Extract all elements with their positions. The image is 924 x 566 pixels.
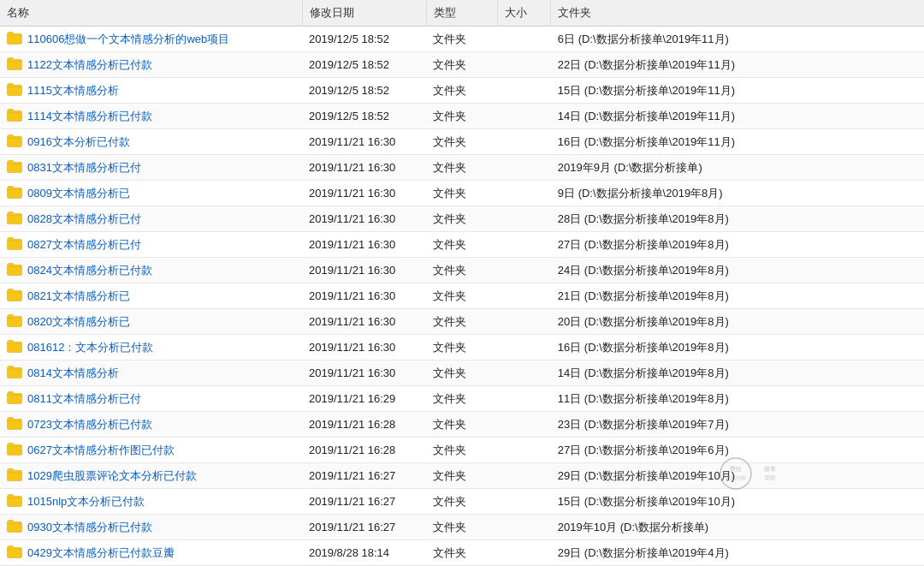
file-name-cell[interactable]: 0831文本情感分析已付 [0, 155, 291, 180]
file-name-cell[interactable]: 0828文本情感分析已付 [0, 206, 291, 231]
file-name-cell[interactable]: 0916文本分析已付款 [0, 129, 291, 154]
file-type: 文件夹 [426, 489, 497, 515]
file-name-text: 1122文本情感分析已付款 [27, 57, 152, 73]
file-name-text: 0831文本情感分析已付 [27, 160, 141, 176]
table-row[interactable]: 0627文本情感分析作图已付款2019/11/21 16:28文件夹27日 (D… [0, 438, 924, 463]
folder-icon [7, 159, 22, 176]
table-header-row: 名称 修改日期 类型 大小 文件夹 [0, 0, 924, 27]
file-name-cell[interactable]: 0814文本情感分析 [0, 360, 291, 385]
file-name-cell[interactable]: 1115文本情感分析 [0, 78, 291, 103]
table-row[interactable]: 0831文本情感分析已付2019/11/21 16:30文件夹2019年9月 (… [0, 155, 924, 181]
file-type: 文件夹 [426, 515, 497, 540]
folder-icon [7, 313, 22, 330]
table-row[interactable]: 0429文本情感分析已付款豆瓣2019/8/28 18:14文件夹29日 (D:… [0, 540, 924, 566]
file-folder-path: 2019年9月 (D:\数据分析接单) [551, 155, 924, 181]
table-row[interactable]: 0824文本情感分析已付款2019/11/21 16:30文件夹24日 (D:\… [0, 258, 924, 283]
file-name-cell[interactable]: 0820文本情感分析已 [0, 309, 291, 334]
file-folder-path: 20日 (D:\数据分析接单\2019年8月) [551, 309, 924, 335]
file-size [498, 335, 551, 360]
file-folder-path: 16日 (D:\数据分析接单\2019年8月) [551, 335, 924, 360]
file-size [498, 438, 551, 463]
file-type: 文件夹 [426, 309, 497, 335]
file-name-text: 1029爬虫股票评论文本分析已付款 [27, 468, 197, 484]
file-name-cell[interactable]: 0811文本情感分析已付 [0, 386, 291, 411]
table-row[interactable]: 110606想做一个文本情感分析的web项目2019/12/5 18:52文件夹… [0, 27, 924, 52]
table-row[interactable]: 0814文本情感分析2019/11/21 16:30文件夹14日 (D:\数据分… [0, 360, 924, 386]
table-row[interactable]: 081612：文本分析已付款2019/11/21 16:30文件夹16日 (D:… [0, 335, 924, 360]
folder-icon [7, 365, 22, 381]
file-date: 2019/11/21 16:30 [302, 181, 426, 206]
table-row[interactable]: 1029爬虫股票评论文本分析已付款2019/11/21 16:27文件夹29日 … [0, 463, 924, 489]
header-date[interactable]: 修改日期 [302, 0, 426, 27]
file-name-cell[interactable]: 0627文本情感分析作图已付款 [0, 438, 291, 462]
file-name-text: 110606想做一个文本情感分析的web项目 [27, 32, 229, 47]
table-row[interactable]: 0723文本情感分析已付款2019/11/21 16:28文件夹23日 (D:\… [0, 412, 924, 438]
file-folder-path: 28日 (D:\数据分析接单\2019年8月) [551, 206, 924, 232]
file-size [498, 515, 551, 540]
file-folder-path: 14日 (D:\数据分析接单\2019年8月) [551, 360, 924, 386]
file-name-text: 0827文本情感分析已付 [27, 237, 141, 253]
file-folder-path: 27日 (D:\数据分析接单\2019年8月) [551, 232, 924, 258]
file-type: 文件夹 [426, 206, 497, 232]
file-name-cell[interactable]: 0809文本情感分析已 [0, 181, 291, 206]
file-name-cell[interactable]: 0429文本情感分析已付款豆瓣 [0, 540, 291, 565]
file-date: 2019/11/21 16:30 [302, 206, 426, 232]
folder-icon [7, 82, 22, 98]
file-name-text: 0809文本情感分析已 [27, 186, 130, 201]
table-row[interactable]: 0809文本情感分析已2019/11/21 16:30文件夹9日 (D:\数据分… [0, 181, 924, 206]
table-row[interactable]: 1115文本情感分析2019/12/5 18:52文件夹15日 (D:\数据分析… [0, 78, 924, 104]
file-type: 文件夹 [426, 78, 497, 104]
file-date: 2019/11/21 16:30 [302, 232, 426, 258]
file-date: 2019/12/5 18:52 [302, 52, 426, 78]
file-name-text: 0429文本情感分析已付款豆瓣 [27, 545, 175, 561]
file-name-cell[interactable]: 0824文本情感分析已付款 [0, 258, 291, 283]
file-type: 文件夹 [426, 335, 497, 360]
file-folder-path: 16日 (D:\数据分析接单\2019年11月) [551, 129, 924, 155]
table-row[interactable]: 0820文本情感分析已2019/11/21 16:30文件夹20日 (D:\数据… [0, 309, 924, 335]
file-name-cell[interactable]: 0930文本情感分析已付款 [0, 515, 291, 539]
file-name-cell[interactable]: 081612：文本分析已付款 [0, 335, 291, 360]
folder-icon [7, 31, 22, 47]
file-folder-path: 14日 (D:\数据分析接单\2019年11月) [551, 104, 924, 129]
file-date: 2019/12/5 18:52 [302, 27, 426, 52]
file-date: 2019/11/21 16:30 [302, 335, 426, 360]
file-folder-path: 24日 (D:\数据分析接单\2019年8月) [551, 258, 924, 283]
file-folder-path: 22日 (D:\数据分析接单\2019年11月) [551, 52, 924, 78]
file-size [498, 129, 551, 155]
file-size [498, 104, 551, 129]
file-name-cell[interactable]: 1029爬虫股票评论文本分析已付款 [0, 463, 291, 488]
folder-icon [7, 545, 22, 561]
table-row[interactable]: 0821文本情感分析已2019/11/21 16:30文件夹21日 (D:\数据… [0, 283, 924, 309]
table-row[interactable]: 1122文本情感分析已付款2019/12/5 18:52文件夹22日 (D:\数… [0, 52, 924, 78]
table-row[interactable]: 1015nlp文本分析已付款2019/11/21 16:27文件夹15日 (D:… [0, 489, 924, 515]
table-row[interactable]: 1114文本情感分析已付款2019/12/5 18:52文件夹14日 (D:\数… [0, 104, 924, 129]
file-name-text: 0814文本情感分析 [27, 366, 119, 381]
file-name-text: 1015nlp文本分析已付款 [27, 494, 145, 509]
file-size [498, 232, 551, 258]
header-name[interactable]: 名称 [0, 0, 302, 27]
file-name-cell[interactable]: 1114文本情感分析已付款 [0, 104, 291, 128]
table-row[interactable]: 0930文本情感分析已付款2019/11/21 16:27文件夹2019年10月… [0, 515, 924, 540]
file-name-cell[interactable]: 1015nlp文本分析已付款 [0, 489, 291, 514]
table-row[interactable]: 0827文本情感分析已付2019/11/21 16:30文件夹27日 (D:\数… [0, 232, 924, 258]
table-row[interactable]: 0811文本情感分析已付2019/11/21 16:29文件夹11日 (D:\数… [0, 386, 924, 412]
file-type: 文件夹 [426, 283, 497, 309]
file-size [498, 360, 551, 386]
header-folder[interactable]: 文件夹 [551, 0, 924, 27]
file-size [498, 463, 551, 489]
file-date: 2019/11/21 16:29 [302, 386, 426, 412]
table-row[interactable]: 0916文本分析已付款2019/11/21 16:30文件夹16日 (D:\数据… [0, 129, 924, 155]
file-name-cell[interactable]: 110606想做一个文本情感分析的web项目 [0, 27, 291, 51]
file-date: 2019/12/5 18:52 [302, 78, 426, 104]
file-name-text: 0811文本情感分析已付 [27, 391, 141, 407]
folder-icon [7, 519, 22, 535]
folder-icon [7, 493, 22, 509]
file-name-cell[interactable]: 0821文本情感分析已 [0, 283, 291, 308]
file-name-cell[interactable]: 1122文本情感分析已付款 [0, 52, 291, 77]
header-size[interactable]: 大小 [498, 0, 551, 27]
table-row[interactable]: 0828文本情感分析已付2019/11/21 16:30文件夹28日 (D:\数… [0, 206, 924, 232]
file-name-text: 1114文本情感分析已付款 [27, 109, 152, 124]
file-name-cell[interactable]: 0827文本情感分析已付 [0, 232, 291, 257]
file-name-cell[interactable]: 0723文本情感分析已付款 [0, 412, 291, 437]
header-type[interactable]: 类型 [426, 0, 497, 27]
